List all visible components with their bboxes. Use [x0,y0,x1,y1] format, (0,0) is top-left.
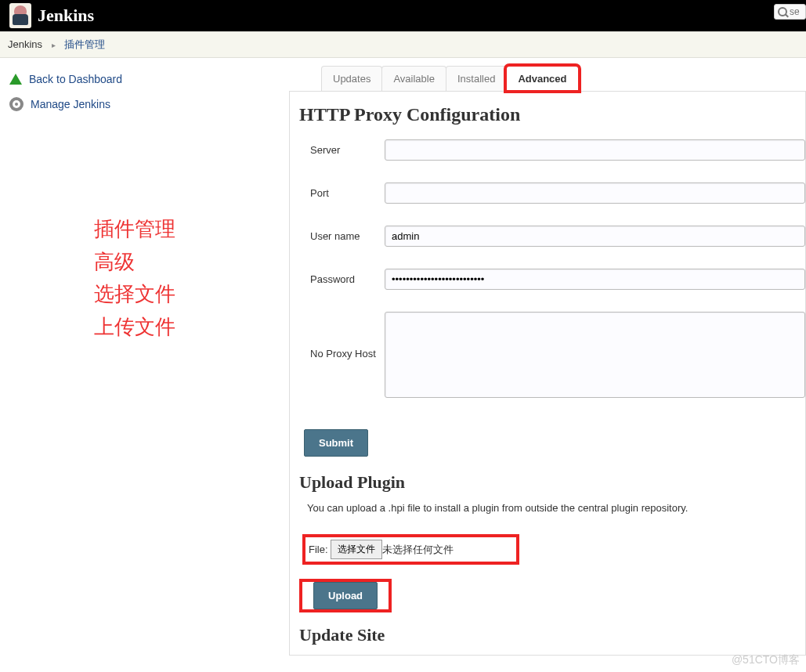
sidebar-item-manage[interactable]: Manage Jenkins [8,93,287,119]
upload-button-highlight: Upload [299,579,392,612]
username-input[interactable] [385,226,805,247]
upload-button[interactable]: Upload [313,582,378,609]
annotation-line: 选择文件 [94,278,287,311]
tab-updates[interactable]: Updates [321,66,382,91]
sidebar-item-label: Manage Jenkins [31,98,110,110]
breadcrumb: Jenkins ▸ 插件管理 [0,31,806,58]
breadcrumb-current[interactable]: 插件管理 [64,38,105,50]
search-box[interactable] [774,4,806,20]
proxy-heading: HTTP Proxy Configuration [299,104,805,125]
port-input[interactable] [385,182,805,204]
watermark: @51CTO博客 [732,653,800,656]
logo-text: Jenkins [38,5,94,26]
annotation-line: 插件管理 [94,213,287,246]
noproxy-input[interactable] [385,312,805,398]
arrow-up-icon [9,74,22,85]
file-input-highlight: File: 选择文件 未选择任何文件 [302,534,519,565]
file-status: 未选择任何文件 [382,543,454,557]
topbar: Jenkins [0,0,806,31]
upload-description: You can upload a .hpi file to install a … [307,502,805,514]
gear-icon [9,97,23,111]
jenkins-icon [9,3,31,28]
sidebar-item-dashboard[interactable]: Back to Dashboard [8,69,287,93]
annotation-line: 上传文件 [94,311,287,344]
panel: HTTP Proxy Configuration Server Port Use… [289,91,806,656]
server-label: Server [310,144,385,156]
server-input[interactable] [385,139,805,161]
annotation-line: 高级 [94,246,287,279]
annotation-overlay: 插件管理 高级 选择文件 上传文件 [94,213,287,343]
port-label: Port [310,187,385,199]
sidebar-item-label: Back to Dashboard [29,73,122,85]
password-label: Password [310,273,385,285]
file-label: File: [309,544,328,555]
tabs: Updates Available Installed Advanced [321,66,806,91]
logo[interactable]: Jenkins [9,3,94,28]
tab-advanced[interactable]: Advanced [506,66,578,91]
username-label: User name [310,230,385,242]
choose-file-button[interactable]: 选择文件 [331,540,382,559]
submit-button[interactable]: Submit [304,429,368,457]
chevron-right-icon: ▸ [52,41,56,49]
update-site-heading: Update Site [299,625,805,645]
breadcrumb-root[interactable]: Jenkins [8,38,42,50]
password-input[interactable] [385,269,805,290]
tab-available[interactable]: Available [381,66,446,91]
sidebar: Back to Dashboard Manage Jenkins 插件管理 高级… [0,58,290,656]
noproxy-label: No Proxy Host [310,312,385,359]
search-input[interactable] [790,6,802,17]
main-content: Updates Available Installed Advanced HTT… [290,58,806,656]
tab-installed[interactable]: Installed [446,66,507,91]
upload-heading: Upload Plugin [299,472,805,493]
search-icon [778,7,787,16]
